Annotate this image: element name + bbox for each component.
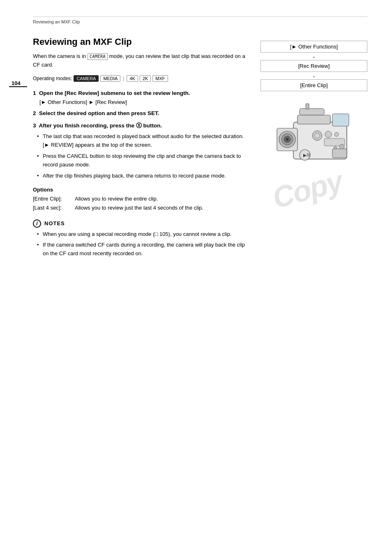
- option-key-2: [Last 4 sec]:: [33, 203, 70, 212]
- mode-sep1: |: [123, 76, 124, 81]
- notes-section: i NOTES When you are using a special rec…: [33, 219, 248, 258]
- svg-point-19: [315, 133, 320, 138]
- options-section: Options [Entire Clip]: Allows you to rev…: [33, 187, 248, 212]
- menu-item-2-label: [Rec Review]: [298, 63, 330, 69]
- operating-modes: Operating modes: CAMERA MEDIA | 4K 2K MX…: [33, 75, 248, 82]
- menu-item-3: [Entire Clip]: [261, 79, 367, 91]
- step-3-bullets: The last clip that was recorded is playe…: [37, 132, 248, 180]
- svg-text:▶/II: ▶/II: [303, 153, 310, 157]
- note-2: If the camera switched CF cards during a…: [37, 241, 248, 258]
- steps: 1 Open the [Rec Review] submenu to set t…: [33, 89, 248, 180]
- step-3-title: 3 After you finish recording, press the …: [33, 122, 248, 130]
- option-value-1: Allows you to review the entire clip.: [75, 194, 158, 203]
- option-row-1: [Entire Clip]: Allows you to review the …: [33, 194, 248, 203]
- step-3-bullet-1: The last clip that was recorded is playe…: [37, 132, 248, 150]
- camera-image: ▶/II: [261, 99, 367, 175]
- svg-point-11: [339, 144, 344, 149]
- option-key-1: [Entire Clip]:: [33, 194, 70, 203]
- options-title: Options: [33, 187, 248, 193]
- operating-modes-label: Operating modes:: [33, 76, 72, 81]
- step-3-bullet-3: After the clip finishes playing back, th…: [37, 172, 248, 180]
- camera-badge: CAMERA: [88, 53, 108, 60]
- step-1-sub: [► Other Functions] ► [Rec Review]: [39, 99, 248, 105]
- option-row-2: [Last 4 sec]: Allows you to review just …: [33, 203, 248, 212]
- step-2-title: 2 Select the desired option and then pre…: [33, 109, 248, 118]
- menu-item-3-label: [Entire Clip]: [300, 82, 327, 88]
- notes-list: When you are using a special recording m…: [37, 230, 248, 258]
- menu-arrow-1: ⌄: [261, 53, 367, 60]
- menu-item-1: [► Other Functions]: [261, 41, 367, 53]
- svg-rect-16: [300, 108, 324, 115]
- step-2: 2 Select the desired option and then pre…: [33, 109, 248, 118]
- step-3: 3 After you finish recording, press the …: [33, 122, 248, 180]
- page-number: 104: [12, 80, 21, 86]
- svg-rect-13: [332, 149, 347, 158]
- top-border: [33, 16, 367, 17]
- mode-mxf: MXF: [152, 75, 168, 82]
- mode-media: MEDIA: [100, 75, 120, 82]
- svg-rect-7: [332, 114, 349, 126]
- page: Reviewing an MXF Clip 104 Copy Reviewing…: [0, 0, 392, 554]
- menu-item-2: [Rec Review]: [261, 60, 367, 72]
- page-title: Reviewing an MXF Clip: [33, 37, 248, 47]
- svg-rect-17: [306, 104, 309, 109]
- step-1-title: 1 Open the [Rec Review] submenu to set t…: [33, 89, 248, 97]
- menu-arrow-2: ⌄: [261, 72, 367, 79]
- svg-point-6: [286, 138, 288, 141]
- camera-svg: ▶/II: [269, 99, 359, 173]
- notes-icon: i: [33, 219, 41, 228]
- step-1: 1 Open the [Rec Review] submenu to set t…: [33, 89, 248, 105]
- intro-paragraph: When the camera is in CAMERA mode, you c…: [33, 52, 248, 69]
- breadcrumb: Reviewing an MXF Clip: [33, 19, 367, 24]
- mode-2k: 2K: [140, 75, 151, 82]
- page-number-line: [9, 86, 27, 87]
- notes-header: i NOTES: [33, 219, 248, 228]
- option-value-2: Allows you to review just the last 4 sec…: [75, 203, 203, 212]
- mode-4k: 4K: [127, 75, 138, 82]
- mode-camera: CAMERA: [74, 75, 99, 82]
- menu-path: [► Other Functions] ⌄ [Rec Review] ⌄ [En…: [261, 41, 367, 91]
- options-table: [Entire Clip]: Allows you to review the …: [33, 194, 248, 212]
- intro-text1: When the camera is in: [33, 53, 88, 59]
- notes-label: NOTES: [44, 220, 65, 226]
- left-col: Reviewing an MXF Clip When the camera is…: [33, 37, 248, 261]
- step-3-bullet-2: Press the CANCEL button to stop reviewin…: [37, 152, 248, 169]
- svg-point-8: [325, 131, 332, 138]
- note-1: When you are using a special recording m…: [37, 230, 248, 239]
- svg-point-9: [334, 132, 339, 136]
- menu-item-1-label: [► Other Functions]: [290, 44, 338, 50]
- main-content: Reviewing an MXF Clip When the camera is…: [33, 37, 367, 261]
- right-col: [► Other Functions] ⌄ [Rec Review] ⌄ [En…: [261, 37, 367, 261]
- svg-rect-1: [297, 115, 330, 124]
